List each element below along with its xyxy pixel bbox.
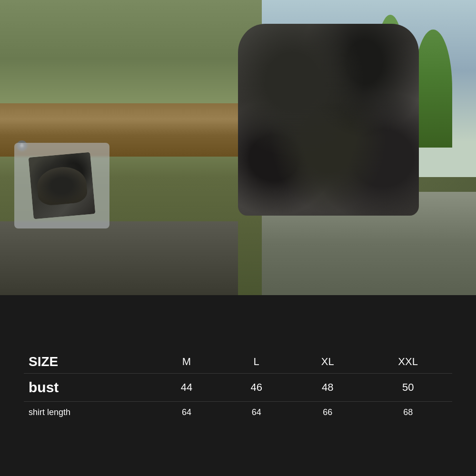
length-xxl: 68	[364, 401, 452, 423]
size-chart-section: SIZE M L XL XXL bust 44 46 48 50 shirt l…	[0, 295, 476, 476]
bust-xxl: 50	[364, 373, 452, 401]
main-container: + SIZE M L XL XXL bust 44 46	[0, 0, 476, 476]
bust-label: bust	[24, 373, 152, 401]
bust-l: 46	[221, 373, 291, 401]
table-header-row: SIZE M L XL XXL	[24, 348, 452, 374]
length-xl: 66	[291, 401, 364, 423]
bust-m: 44	[152, 373, 222, 401]
size-col-m: M	[152, 348, 222, 374]
photo-background: +	[0, 0, 476, 295]
length-m: 64	[152, 401, 222, 423]
size-table: SIZE M L XL XXL bust 44 46 48 50 shirt l…	[24, 348, 452, 423]
table-row-shirt-length: shirt length 64 64 66 68	[24, 401, 452, 423]
product-thumbnail[interactable]	[14, 143, 109, 228]
table-row-bust: bust 44 46 48 50	[24, 373, 452, 401]
product-photo-section: +	[0, 0, 476, 295]
ground-element	[0, 221, 238, 295]
thumbnail-image	[29, 152, 96, 219]
shirt-length-label: shirt length	[24, 401, 152, 423]
tree-1	[414, 30, 452, 148]
size-col-l: L	[221, 348, 291, 374]
size-header-label: SIZE	[24, 348, 152, 374]
length-l: 64	[221, 401, 291, 423]
bust-xl: 48	[291, 373, 364, 401]
product-shirt	[238, 24, 419, 216]
size-col-xl: XL	[291, 348, 364, 374]
size-col-xxl: XXL	[364, 348, 452, 374]
